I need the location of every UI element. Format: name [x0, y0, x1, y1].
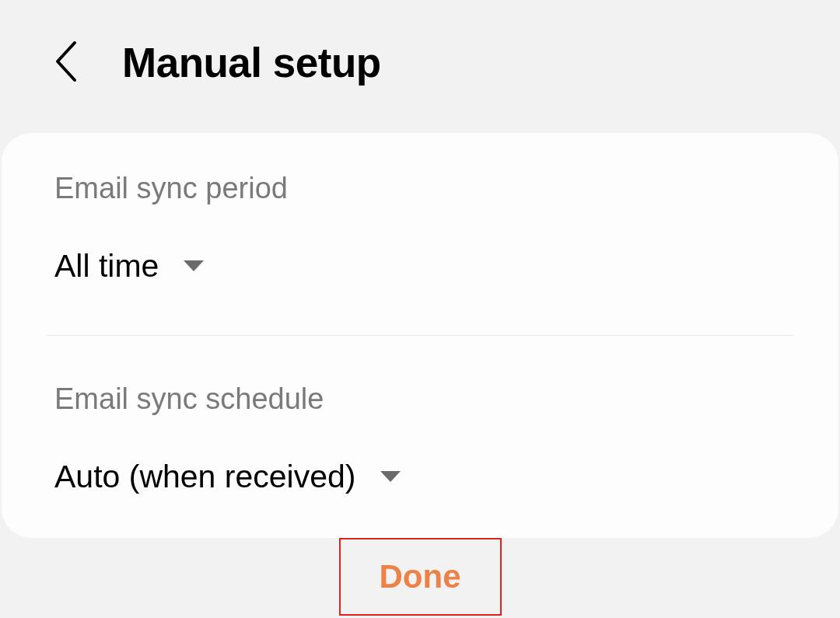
email-sync-schedule-label: Email sync schedule — [54, 382, 786, 416]
chevron-left-icon — [53, 40, 79, 86]
email-sync-schedule-value: Auto (when received) — [54, 459, 355, 495]
email-sync-period-setting: Email sync period All time — [54, 172, 786, 285]
settings-card: Email sync period All time Email sync sc… — [2, 133, 838, 538]
email-sync-schedule-dropdown[interactable]: Auto (when received) — [54, 459, 786, 495]
footer: Done — [0, 538, 840, 616]
done-button-label: Done — [380, 558, 461, 595]
page-title: Manual setup — [122, 39, 381, 86]
email-sync-schedule-setting: Email sync schedule Auto (when received) — [54, 382, 786, 495]
chevron-down-icon — [182, 259, 205, 274]
divider — [47, 335, 793, 336]
back-button[interactable] — [53, 40, 79, 86]
header: Manual setup — [0, 0, 840, 125]
done-button[interactable]: Done — [339, 538, 502, 616]
email-sync-period-value: All time — [54, 248, 159, 285]
chevron-down-icon — [379, 470, 402, 485]
email-sync-period-label: Email sync period — [54, 172, 786, 205]
email-sync-period-dropdown[interactable]: All time — [54, 248, 786, 285]
